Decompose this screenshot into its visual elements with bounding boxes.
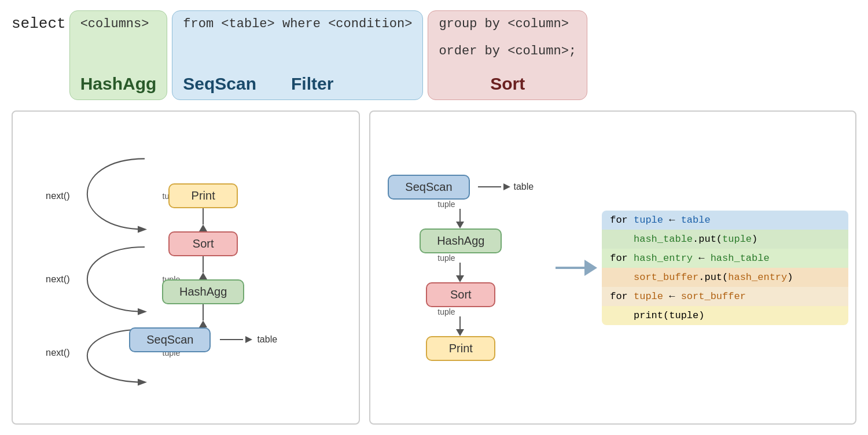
left-inner: Print Sort HashAgg SeqScan [129,183,277,352]
big-arrow-container [551,112,602,423]
sort-node-right: Sort [426,282,495,307]
filter-label: Filter [291,74,333,94]
tuple1-arrow: tuple [420,200,501,228]
seqscan-node-left: SeqScan [129,327,211,352]
code-dot2: .put( [693,234,722,245]
seqscan-row-right: SeqScan table [388,175,534,200]
sort-sql1: group by <column> [439,17,576,31]
code-indent4 [610,272,634,283]
code-dot4: .put( [698,272,728,283]
code-for1: for [610,215,634,226]
hashagg-node-right: HashAgg [420,228,502,253]
bottom-row: next() next() next() tuple tuple tuple P… [12,110,856,425]
code-tuple1: tuple [634,215,663,226]
code-indent6 [610,310,634,321]
code-arrow3: ← [693,253,711,264]
code-for3: for [610,253,634,264]
code-hashentry4: hash_entry [728,272,787,283]
code-paren4: ) [787,272,793,283]
table-label-left: table [257,334,277,345]
hashagg-node-left: HashAgg [162,279,244,304]
code-line-5: for tuple ← sort_buffer [602,287,848,306]
seqscan-label: SeqScan [183,74,256,94]
code-for5: for [610,291,634,302]
seqscan-filter-labels: SeqScan Filter [183,74,412,94]
code-sortbuf5: sort_buffer [681,291,746,302]
hashagg-sql: <columns> [80,17,157,31]
svg-text:next(): next() [46,190,70,201]
code-indent2 [610,234,634,245]
sort-sql2: order by <column>; [439,44,576,58]
code-line-2: hash_table.put(tuple) [602,230,848,249]
left-diagram-panel: next() next() next() tuple tuple tuple P… [12,110,360,425]
top-row: select <columns> HashAgg from <table> wh… [12,10,856,100]
seqscan-arrow-right [478,183,510,190]
right-diagram-panel: SeqScan table tuple HashAgg tuple [369,110,856,425]
seqscan-node-right: SeqScan [388,175,469,200]
right-diagram-left: SeqScan table tuple HashAgg tuple [370,112,551,423]
code-arrow1: ← [663,215,681,226]
code-line-1: for tuple ← table [602,211,848,230]
code-section: for tuple ← table hash_table.put(tuple) … [602,112,855,423]
svg-text:next(): next() [46,347,70,357]
code-line-6: print(tuple) [602,306,848,325]
tuple1-label: tuple [437,200,455,209]
code-sortbuf: sort_buffer [634,272,698,283]
select-keyword: select [12,10,66,100]
sort-node-left: Sort [168,231,238,256]
tuple3-arrow: tuple [420,307,501,336]
tuple2-arrow: tuple [420,253,501,282]
seqscan-row-left: SeqScan table [129,327,277,352]
code-hashtable3: hash_table [711,253,770,264]
tuple3-label: tuple [437,307,455,316]
code-line-4: sort_buffer.put(hash_entry) [602,268,848,287]
code-block: for tuple ← table hash_table.put(tuple) … [602,211,848,325]
code-print6: print(tuple) [634,310,704,321]
left-diagram: next() next() next() tuple tuple tuple P… [13,112,359,423]
hashagg-box: <columns> HashAgg [69,10,168,100]
sort-label: Sort [439,74,576,94]
code-hashtable: hash_table [634,234,693,245]
code-tuple5: tuple [634,291,663,302]
seqscan-table-arrow-left [220,336,252,343]
print-node-left: Print [168,183,238,208]
print-node-right: Print [426,336,495,361]
seqscan-filter-box: from <table> where <condition> SeqScan F… [172,10,423,100]
tuple2-label: tuple [437,253,455,263]
code-line-3: for hash_entry ← hash_table [602,249,848,268]
big-arrow [556,260,597,276]
seqscan-sql: from <table> where <condition> [183,17,412,31]
code-tuple2: tuple [722,234,752,245]
code-table1: table [681,215,711,226]
table-label-right: table [514,182,534,192]
code-hashentry: hash_entry [634,253,693,264]
code-arrow5: ← [663,291,681,302]
sort-box: group by <column> order by <column>; Sor… [428,10,587,100]
code-paren2: ) [752,234,757,245]
hashagg-label: HashAgg [80,74,157,94]
svg-text:next(): next() [46,274,70,284]
